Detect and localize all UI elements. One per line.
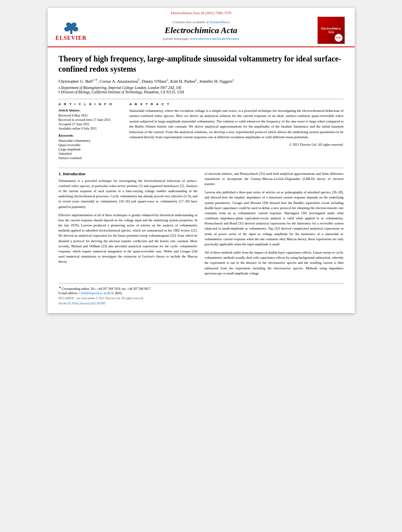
footer-doi: doi:doi:10.1016/j.electacta.2011.06.085 bbox=[59, 302, 344, 305]
author-danny: , Danny O'Hare bbox=[140, 79, 167, 83]
keywords-section: Keywords: Sinusoidal voltammetry Quasi-r… bbox=[59, 133, 122, 160]
right-para2: Laviron also published a three-part seri… bbox=[205, 190, 344, 247]
authors-line: Christopher G. Bella,∗, Costas A. Anasta… bbox=[59, 78, 344, 83]
footer-issn: 0013-4686/$ – see front matter © 2011 El… bbox=[59, 297, 344, 300]
sciencedirect-link[interactable]: ScienceDirect bbox=[210, 20, 230, 24]
abstract-text: Sinusoidal voltammetry, where the excita… bbox=[130, 108, 344, 140]
footnote-star: ∗ bbox=[59, 286, 61, 289]
article-content: Theory of high frequency, large-amplitud… bbox=[48, 47, 355, 313]
accepted-line: Accepted 27 June 2011 bbox=[59, 122, 122, 126]
svg-point-4 bbox=[66, 22, 70, 27]
citation-text: Electrochimica Acta 56 (2011) 7569–7579 bbox=[171, 11, 231, 15]
jennifer-super: a bbox=[233, 78, 234, 82]
keyword-1: Sinusoidal voltammetry bbox=[59, 139, 122, 143]
article-info-col: A R T I C L E I N F O Article history: R… bbox=[59, 102, 122, 162]
received-revised-line: Received in revised form 17 June 2011 bbox=[59, 118, 122, 122]
author-costas: , Costas A. Anastassiou bbox=[98, 79, 138, 83]
body-section: 1. Introduction Voltammetry is a powerfu… bbox=[59, 171, 344, 279]
affil-a-line: a Department of Bioengineering, Imperial… bbox=[59, 86, 344, 90]
keyword-4: Adsorbed bbox=[59, 152, 122, 156]
article-footer: ∗ Corresponding author. Tel.: +44 207 59… bbox=[59, 283, 344, 305]
corresponding-text: Corresponding author. Tel.: +44 207 594 … bbox=[62, 287, 151, 291]
footnote-corresponding: ∗ Corresponding author. Tel.: +44 207 59… bbox=[59, 286, 344, 291]
homepage-link[interactable]: www.elsevier.com/locate/electacta bbox=[190, 37, 239, 41]
info-abstract-section: A R T I C L E I N F O Article history: R… bbox=[59, 102, 344, 162]
intro-para2: Effective implementation of all of these… bbox=[59, 213, 198, 265]
doi-link[interactable]: doi:10.1016/j.electacta.2011.06.085 bbox=[63, 302, 105, 305]
svg-point-3 bbox=[72, 27, 78, 32]
author-kim: , Kim H. Parker bbox=[168, 79, 196, 83]
intro-heading: 1. Introduction bbox=[59, 171, 198, 176]
affil-a-super: a bbox=[59, 86, 60, 89]
abstract-label: A B S T R A C T bbox=[130, 102, 344, 106]
svg-point-5 bbox=[71, 22, 76, 27]
intro-para1: Voltammetry is a powerful technique for … bbox=[59, 178, 198, 209]
journal-header-main: ELSEVIER Contents lists available at Sci… bbox=[56, 17, 347, 46]
body-left-col: 1. Introduction Voltammetry is a powerfu… bbox=[59, 171, 198, 279]
elsevier-text: ELSEVIER bbox=[56, 35, 87, 41]
keyword-2: Quasi-reversible bbox=[59, 143, 122, 147]
author-bell: Christopher G. Bell bbox=[59, 79, 93, 83]
email-name: (C.G. Bell). bbox=[107, 291, 122, 295]
affil-a-text: Department of Bioengineering, Imperial C… bbox=[61, 86, 182, 90]
journal-header: Electrochimica Acta 56 (2011) 7569–7579 … bbox=[48, 8, 355, 47]
body-right-col: of electrode kinetics, and Honeychurch [… bbox=[205, 171, 344, 279]
affil-b-text: Division of Biology, California Institut… bbox=[61, 90, 184, 94]
svg-point-2 bbox=[64, 27, 70, 32]
footnote-email: E-mail address: c.bell@imperial.ac.uk (C… bbox=[59, 291, 344, 295]
email-address[interactable]: c.bell@imperial.ac.uk bbox=[79, 291, 107, 295]
abstract-copyright: © 2011 Elsevier Ltd. All rights reserved… bbox=[130, 143, 344, 146]
available-line: Available online 6 July 2011 bbox=[59, 126, 122, 130]
received-line: Received 6 May 2011 bbox=[59, 113, 122, 117]
affil-b-super: b bbox=[59, 90, 60, 94]
article-info-label: A R T I C L E I N F O bbox=[59, 102, 122, 106]
author-jennifer: , Jennifer H. Siggers bbox=[197, 79, 232, 83]
history-title: Article history: bbox=[59, 108, 122, 112]
journal-homepage: journal homepage: www.elsevier.com/locat… bbox=[87, 37, 315, 41]
keyword-3: Large-amplitude bbox=[59, 147, 122, 151]
divider-2 bbox=[59, 168, 344, 168]
journal-logo-box: ElectrochimicaActa ISE bbox=[317, 17, 345, 44]
keywords-title: Keywords: bbox=[59, 133, 122, 137]
article-title: Theory of high frequency, large-amplitud… bbox=[59, 54, 344, 74]
journal-center: Contents lists available at ScienceDirec… bbox=[87, 20, 315, 41]
journal-logo-inner: ElectrochimicaActa bbox=[321, 27, 341, 34]
journal-title: Electrochimica Acta bbox=[87, 25, 315, 35]
affil-b-line: b Division of Biology, California Instit… bbox=[59, 90, 344, 94]
email-label: E-mail address: bbox=[59, 291, 78, 295]
elsevier-tree-icon bbox=[59, 19, 83, 35]
affiliations: a Department of Bioengineering, Imperial… bbox=[59, 86, 344, 94]
keyword-5: Surface-confined bbox=[59, 156, 122, 160]
journal-logo-badge: ISE bbox=[335, 34, 343, 42]
divider-1 bbox=[59, 99, 344, 99]
journal-citation: Electrochimica Acta 56 (2011) 7569–7579 bbox=[56, 11, 347, 15]
right-para3: All of these methods suffer from the imp… bbox=[205, 250, 344, 276]
contents-line: Contents lists available at ScienceDirec… bbox=[87, 20, 315, 24]
elsevier-logo: ELSEVIER bbox=[56, 19, 87, 41]
abstract-col: A B S T R A C T Sinusoidal voltammetry, … bbox=[130, 102, 344, 162]
history-section: Article history: Received 6 May 2011 Rec… bbox=[59, 108, 122, 130]
right-para1: of electrode kinetics, and Honeychurch [… bbox=[205, 171, 344, 187]
bell-super: a,∗ bbox=[93, 78, 98, 82]
article-page: Electrochimica Acta 56 (2011) 7569–7579 … bbox=[48, 8, 355, 313]
journal-logo-right: ElectrochimicaActa ISE bbox=[315, 17, 347, 44]
